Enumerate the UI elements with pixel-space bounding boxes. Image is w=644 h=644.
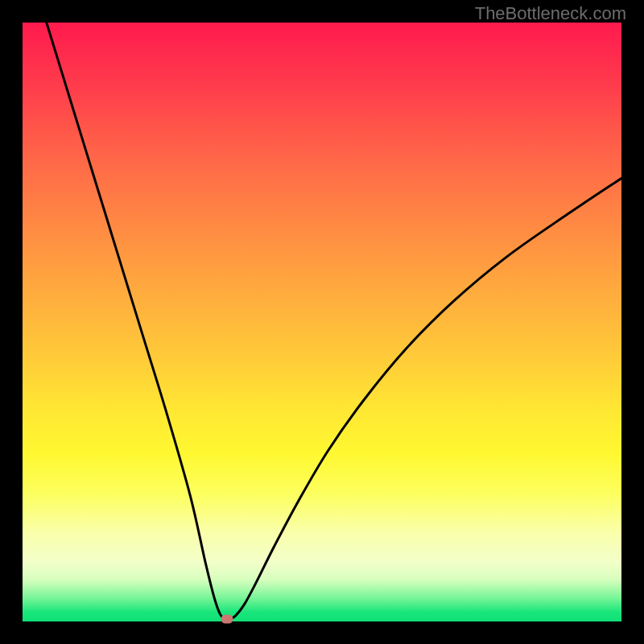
optimal-point-marker (221, 615, 233, 624)
chart-frame: TheBottleneck.com (0, 0, 644, 644)
bottleneck-curve (23, 23, 621, 621)
plot-area (23, 23, 621, 621)
watermark-text: TheBottleneck.com (475, 3, 626, 24)
